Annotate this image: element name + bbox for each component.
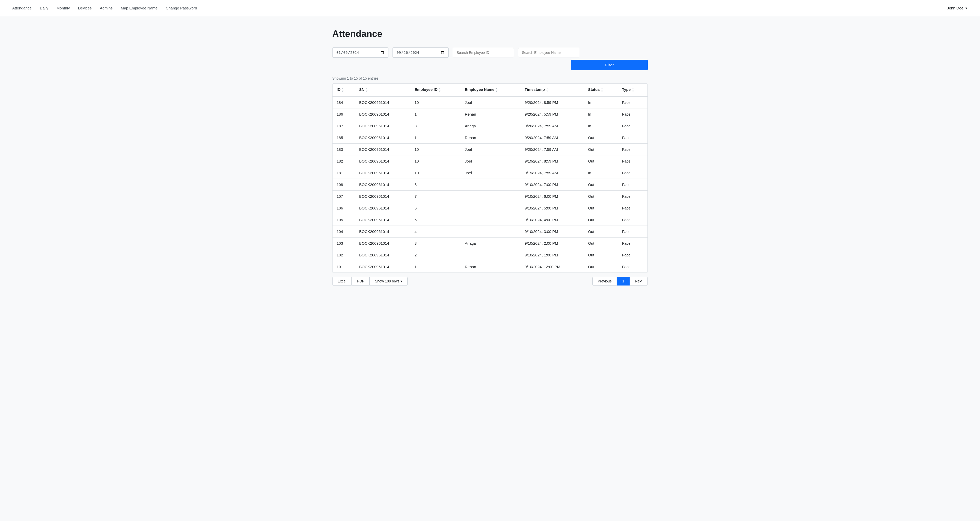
- col-header-timestamp[interactable]: Timestamp▲▼: [520, 84, 584, 97]
- col-header-employee_id[interactable]: Employee ID▲▼: [410, 84, 461, 97]
- nav-link-daily[interactable]: Daily: [40, 6, 48, 10]
- export-buttons: Excel PDF Show 100 rows ▾: [332, 277, 407, 286]
- filter-row: [332, 48, 648, 58]
- cell-status-7: Out: [584, 179, 618, 191]
- bottom-bar: Excel PDF Show 100 rows ▾ Previous 1 Nex…: [332, 277, 648, 286]
- show-rows-button[interactable]: Show 100 rows ▾: [369, 277, 407, 286]
- show-rows-label: Show 100 rows: [375, 279, 399, 283]
- table-row: 103BOCK2009610143Anaga9/10/2024, 2:00 PM…: [332, 238, 648, 249]
- cell-employee_id-4: 10: [410, 144, 461, 156]
- cell-employee_name-0: Joel: [461, 97, 520, 108]
- table-row: 183BOCK20096101410Joel9/20/2024, 7:59 AM…: [332, 144, 648, 156]
- table-header: ID▲▼SN▲▼Employee ID▲▼Employee Name▲▼Time…: [332, 84, 648, 97]
- sort-icon-type: ▲▼: [632, 87, 634, 93]
- sort-icon-employee_id: ▲▼: [438, 87, 441, 93]
- table-row: 184BOCK20096101410Joel9/20/2024, 8:59 PM…: [332, 97, 648, 108]
- navbar: AttendanceDailyMonthlyDevicesAdminsMap E…: [0, 0, 980, 16]
- col-header-sn[interactable]: SN▲▼: [355, 84, 410, 97]
- table-row: 102BOCK20096101429/10/2024, 1:00 PMOutFa…: [332, 249, 648, 261]
- cell-timestamp-14: 9/10/2024, 12:00 PM: [520, 261, 584, 273]
- cell-type-1: Face: [618, 108, 648, 120]
- nav-link-map-employee-name[interactable]: Map Employee Name: [121, 6, 158, 10]
- sort-icon-status: ▲▼: [601, 87, 603, 93]
- page-1-button[interactable]: 1: [617, 277, 630, 286]
- cell-timestamp-1: 9/20/2024, 5:59 PM: [520, 108, 584, 120]
- excel-button[interactable]: Excel: [332, 277, 352, 286]
- cell-timestamp-12: 9/10/2024, 2:00 PM: [520, 238, 584, 249]
- col-header-employee_name[interactable]: Employee Name▲▼: [461, 84, 520, 97]
- cell-id-0: 184: [332, 97, 355, 108]
- cell-employee_name-8: [461, 191, 520, 202]
- entries-info: Showing 1 to 15 of 15 entries: [332, 76, 648, 80]
- chevron-down-icon: ▾: [401, 279, 402, 283]
- table-row: 106BOCK20096101469/10/2024, 5:00 PMOutFa…: [332, 202, 648, 214]
- cell-timestamp-3: 9/20/2024, 7:59 AM: [520, 132, 584, 144]
- cell-employee_name-2: Anaga: [461, 120, 520, 132]
- cell-employee_id-9: 6: [410, 202, 461, 214]
- cell-sn-4: BOCK200961014: [355, 144, 410, 156]
- cell-employee_name-5: Joel: [461, 156, 520, 167]
- col-header-status[interactable]: Status▲▼: [584, 84, 618, 97]
- cell-type-3: Face: [618, 132, 648, 144]
- cell-status-13: Out: [584, 249, 618, 261]
- cell-employee_name-3: Rehan: [461, 132, 520, 144]
- cell-employee_name-4: Joel: [461, 144, 520, 156]
- cell-status-2: In: [584, 120, 618, 132]
- cell-type-8: Face: [618, 191, 648, 202]
- cell-id-8: 107: [332, 191, 355, 202]
- cell-employee_id-6: 10: [410, 167, 461, 179]
- cell-status-5: Out: [584, 156, 618, 167]
- cell-timestamp-7: 9/10/2024, 7:00 PM: [520, 179, 584, 191]
- cell-employee_name-9: [461, 202, 520, 214]
- cell-status-9: Out: [584, 202, 618, 214]
- col-header-type[interactable]: Type▲▼: [618, 84, 648, 97]
- cell-employee_name-11: [461, 226, 520, 238]
- cell-employee_id-12: 3: [410, 238, 461, 249]
- cell-id-9: 106: [332, 202, 355, 214]
- search-id-input[interactable]: [453, 48, 514, 57]
- cell-timestamp-11: 9/10/2024, 3:00 PM: [520, 226, 584, 238]
- cell-timestamp-5: 9/19/2024, 8:59 PM: [520, 156, 584, 167]
- cell-employee_id-10: 5: [410, 214, 461, 226]
- nav-link-change-password[interactable]: Change Password: [165, 6, 197, 10]
- search-name-input[interactable]: [518, 48, 579, 57]
- cell-id-5: 182: [332, 156, 355, 167]
- cell-status-3: Out: [584, 132, 618, 144]
- cell-status-10: Out: [584, 214, 618, 226]
- table-row: 182BOCK20096101410Joel9/19/2024, 8:59 PM…: [332, 156, 648, 167]
- nav-link-attendance[interactable]: Attendance: [12, 6, 32, 10]
- table-row: 105BOCK20096101459/10/2024, 4:00 PMOutFa…: [332, 214, 648, 226]
- cell-employee_name-1: Rehan: [461, 108, 520, 120]
- user-menu[interactable]: John Doe ▼: [947, 6, 968, 10]
- cell-timestamp-13: 9/10/2024, 1:00 PM: [520, 249, 584, 261]
- cell-timestamp-2: 9/20/2024, 7:59 AM: [520, 120, 584, 132]
- cell-timestamp-4: 9/20/2024, 7:59 AM: [520, 144, 584, 156]
- pdf-button[interactable]: PDF: [352, 277, 369, 286]
- cell-employee_id-14: 1: [410, 261, 461, 273]
- col-header-id[interactable]: ID▲▼: [332, 84, 355, 97]
- nav-link-monthly[interactable]: Monthly: [56, 6, 70, 10]
- nav-link-devices[interactable]: Devices: [78, 6, 92, 10]
- cell-type-9: Face: [618, 202, 648, 214]
- cell-employee_name-10: [461, 214, 520, 226]
- cell-status-12: Out: [584, 238, 618, 249]
- filter-button[interactable]: Filter: [571, 60, 648, 70]
- cell-employee_id-13: 2: [410, 249, 461, 261]
- nav-link-admins[interactable]: Admins: [100, 6, 113, 10]
- table-row: 108BOCK20096101489/10/2024, 7:00 PMOutFa…: [332, 179, 648, 191]
- nav-links: AttendanceDailyMonthlyDevicesAdminsMap E…: [12, 6, 197, 10]
- cell-timestamp-0: 9/20/2024, 8:59 PM: [520, 97, 584, 108]
- next-button[interactable]: Next: [630, 277, 648, 286]
- cell-sn-0: BOCK200961014: [355, 97, 410, 108]
- table-row: 187BOCK2009610143Anaga9/20/2024, 7:59 AM…: [332, 120, 648, 132]
- previous-button[interactable]: Previous: [592, 277, 617, 286]
- cell-type-0: Face: [618, 97, 648, 108]
- date-from-input[interactable]: [332, 48, 388, 58]
- cell-id-7: 108: [332, 179, 355, 191]
- cell-type-2: Face: [618, 120, 648, 132]
- cell-type-11: Face: [618, 226, 648, 238]
- date-to-input[interactable]: [393, 48, 449, 58]
- cell-sn-11: BOCK200961014: [355, 226, 410, 238]
- cell-employee_id-7: 8: [410, 179, 461, 191]
- cell-employee_id-1: 1: [410, 108, 461, 120]
